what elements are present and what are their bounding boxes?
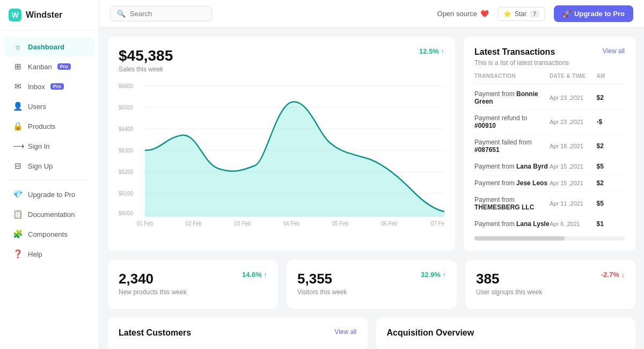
svg-text:$6400: $6400 bbox=[119, 126, 134, 132]
svg-text:$6600: $6600 bbox=[119, 83, 134, 89]
kanban-icon: ⊞ bbox=[13, 62, 23, 71]
sidebar-item-products[interactable]: 🔒 Products bbox=[4, 117, 94, 136]
sidebar-item-label: Dashboard bbox=[28, 43, 64, 51]
upgrade-label: Upgrade to Pro bbox=[574, 10, 625, 18]
td-amount: $5 bbox=[597, 200, 625, 207]
dashboard-icon: ○ bbox=[13, 42, 23, 52]
acquisition-header: Acquisition Overview bbox=[387, 328, 625, 338]
upgrade-button[interactable]: 🚀 Upgrade to Pro bbox=[554, 5, 633, 22]
search-box[interactable]: 🔍 bbox=[110, 6, 212, 21]
inbox-badge: Pro bbox=[50, 83, 64, 90]
sidebar-item-users[interactable]: 👤 Users bbox=[4, 97, 94, 116]
table-row: Payment from THEMESBERG LLC Apr 11 ,2021… bbox=[474, 192, 625, 216]
star-icon: ⭐ bbox=[503, 10, 511, 18]
th-transaction: TRANSACTION bbox=[474, 73, 550, 79]
table-row: Payment failed from #087651 Apr 18 ,2021… bbox=[474, 134, 625, 158]
td-transaction: Payment failed from #087651 bbox=[474, 139, 550, 154]
sidebar-item-signin[interactable]: ⟶ Sign In bbox=[4, 136, 94, 156]
sidebar: W Windster ○ Dashboard ⊞ Kanban Pro ✉ In… bbox=[0, 0, 99, 349]
svg-text:04 Feb: 04 Feb bbox=[283, 221, 300, 227]
star-button[interactable]: ⭐ Star 7 bbox=[497, 7, 545, 21]
star-label: Star bbox=[515, 10, 526, 18]
sidebar-item-signup[interactable]: ⊟ Sign Up bbox=[4, 156, 94, 176]
svg-text:$6300: $6300 bbox=[119, 148, 134, 154]
transactions-list: Payment from Bonnie Green Apr 23 ,2021 $… bbox=[474, 86, 625, 232]
stat-info: 2,340 New products this week bbox=[119, 271, 187, 296]
th-amount: AM bbox=[597, 73, 625, 79]
td-date: Apr 23 ,2021 bbox=[550, 94, 597, 101]
td-transaction: Payment refund to #00910 bbox=[474, 114, 550, 129]
users-icon: 👤 bbox=[13, 101, 23, 111]
scroll-bar[interactable] bbox=[474, 236, 625, 241]
acquisition-title: Acquisition Overview bbox=[387, 328, 474, 338]
td-transaction: Payment from Lana Lysle bbox=[474, 220, 550, 228]
stat-label: New products this week bbox=[119, 288, 187, 296]
td-date: Apr 15 ,2021 bbox=[550, 163, 597, 170]
svg-text:$6100: $6100 bbox=[119, 191, 134, 197]
sidebar-item-label: Kanban bbox=[28, 63, 52, 71]
table-row: Payment refund to #00910 Apr 23 ,2021 -$ bbox=[474, 110, 625, 134]
sidebar-item-label: Components bbox=[28, 230, 68, 238]
sidebar-item-label: Users bbox=[28, 103, 46, 111]
td-amount: -$ bbox=[597, 118, 625, 126]
sidebar-divider bbox=[9, 180, 90, 180]
chart-value: $45,385 bbox=[119, 47, 173, 64]
stat-label: User signups this week bbox=[476, 288, 542, 296]
customers-title: Latest Customers bbox=[119, 328, 191, 338]
components-icon: 🧩 bbox=[13, 229, 23, 239]
stat-label: Visitors this week bbox=[297, 288, 347, 296]
td-transaction: Payment from Bonnie Green bbox=[474, 90, 550, 105]
content: $45,385 Sales this week 12.5% ↑ $6600 $6… bbox=[99, 28, 644, 349]
td-date: Apr 23 ,2021 bbox=[550, 119, 597, 125]
transactions-header: Latest Transactions View all bbox=[474, 47, 625, 57]
sidebar-item-components[interactable]: 🧩 Components bbox=[4, 224, 94, 244]
table-row: Payment from Lana Lysle Apr 6 ,2021 $1 bbox=[474, 216, 625, 232]
stat-value: 385 bbox=[476, 271, 542, 287]
sidebar-item-label: Help bbox=[28, 250, 42, 258]
td-transaction: Payment from Lana Byrd bbox=[474, 163, 550, 170]
stat-value: 2,340 bbox=[119, 271, 187, 287]
chart-label: Sales this week bbox=[119, 66, 173, 73]
chart-info: $45,385 Sales this week bbox=[119, 47, 173, 73]
sidebar-item-label: Documentation bbox=[28, 210, 75, 219]
sidebar-nav: ○ Dashboard ⊞ Kanban Pro ✉ Inbox Pro 👤 U… bbox=[0, 31, 99, 349]
search-input[interactable] bbox=[130, 10, 205, 18]
td-date: Apr 11 ,2021 bbox=[550, 200, 597, 207]
chart-area: $6600 $6500 $6400 $6300 $6200 $6100 $600… bbox=[119, 78, 444, 229]
sidebar-item-documentation[interactable]: 📋 Documentation bbox=[4, 205, 94, 224]
svg-text:$6200: $6200 bbox=[119, 169, 134, 175]
stats-row: 2,340 New products this week 14.6% ↑ 5,3… bbox=[108, 260, 635, 309]
stat-card-visitors: 5,355 Visitors this week 32.9% ↑ bbox=[287, 260, 457, 309]
sidebar-item-label: Upgrade to Pro bbox=[28, 191, 75, 199]
stat-growth: -2.7% ↓ bbox=[601, 271, 625, 279]
sidebar-item-dashboard[interactable]: ○ Dashboard bbox=[4, 38, 94, 56]
transactions-view-all[interactable]: View all bbox=[603, 47, 625, 55]
svg-text:$6000: $6000 bbox=[119, 210, 134, 216]
help-icon: ❓ bbox=[13, 249, 23, 259]
sidebar-item-inbox[interactable]: ✉ Inbox Pro bbox=[4, 77, 94, 96]
th-date: DATE & TIME bbox=[550, 73, 597, 79]
stat-card-products: 2,340 New products this week 14.6% ↑ bbox=[108, 260, 278, 309]
customers-view-all[interactable]: View all bbox=[334, 328, 356, 336]
td-amount: $1 bbox=[597, 220, 625, 228]
logo-icon: W bbox=[9, 9, 21, 21]
inbox-icon: ✉ bbox=[13, 82, 23, 91]
transactions-title: Latest Transactions bbox=[474, 47, 555, 57]
stat-header: 385 User signups this week -2.7% ↓ bbox=[476, 271, 625, 296]
star-count: 7 bbox=[530, 10, 539, 18]
svg-text:$6500: $6500 bbox=[119, 105, 134, 111]
transactions-subtitle: This is a list of latest transactions bbox=[474, 59, 625, 67]
sidebar-item-help[interactable]: ❓ Help bbox=[4, 244, 94, 264]
sidebar-item-upgrade[interactable]: 💎 Upgrade to Pro bbox=[4, 185, 94, 204]
sidebar-item-label: Sign In bbox=[28, 142, 49, 150]
signin-icon: ⟶ bbox=[13, 141, 23, 151]
upgrade-icon: 🚀 bbox=[562, 10, 571, 18]
sidebar-item-kanban[interactable]: ⊞ Kanban Pro bbox=[4, 57, 94, 76]
bottom-row: Latest Customers View all Acquisition Ov… bbox=[108, 317, 635, 349]
svg-text:05 Feb: 05 Feb bbox=[332, 221, 349, 227]
svg-text:02 Feb: 02 Feb bbox=[186, 221, 202, 227]
logo-text: Windster bbox=[26, 10, 62, 20]
td-amount: $5 bbox=[597, 163, 625, 170]
sidebar-item-label: Sign Up bbox=[28, 162, 53, 170]
svg-text:03 Feb: 03 Feb bbox=[235, 221, 251, 227]
